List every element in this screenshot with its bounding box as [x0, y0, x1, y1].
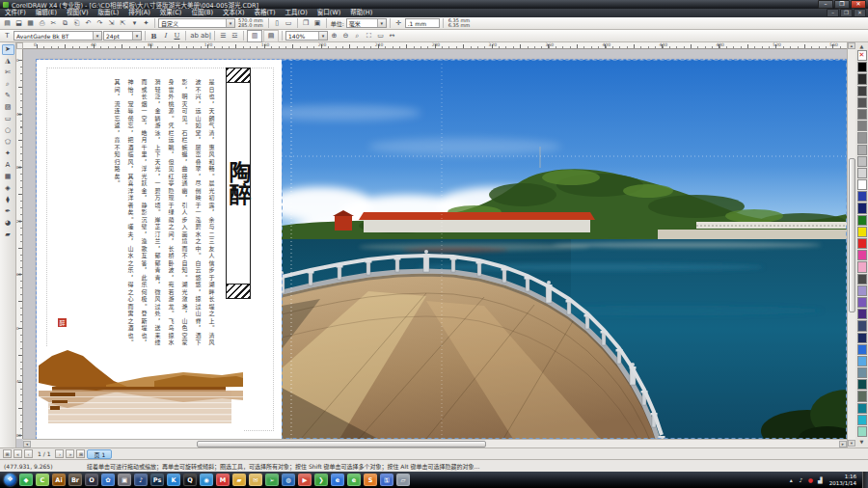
undo-button[interactable]: ↶ — [83, 18, 94, 29]
tray-expand-icon[interactable]: ▴ — [788, 476, 795, 483]
paragraph-frame-button[interactable]: ▤ — [263, 30, 279, 42]
volume-icon[interactable]: ♪ — [798, 476, 804, 483]
color-swatch[interactable] — [857, 367, 867, 378]
palette-scroll-up-icon[interactable]: ▲ — [856, 42, 867, 50]
polygon-tool[interactable]: ⬠ — [2, 137, 14, 148]
color-swatch[interactable] — [857, 320, 867, 331]
color-swatch[interactable] — [857, 73, 867, 84]
page-size-fields[interactable]: 570.0 mm 285.0 mm — [236, 18, 265, 29]
landscape-button[interactable]: ▭ — [284, 18, 294, 29]
left-page[interactable]: 是日也，天朗气清，惠风和畅。晨光初露，余与二三友人信步于湖畔长堤之上。清风徐来，… — [37, 60, 282, 439]
open-button[interactable]: ⬓ — [14, 18, 24, 29]
color-swatch[interactable] — [857, 109, 867, 120]
alert-icon[interactable]: ● — [807, 476, 814, 483]
browser-icon[interactable]: ◉ — [200, 474, 213, 486]
color-swatch[interactable] — [857, 285, 867, 296]
color-swatch[interactable] — [857, 179, 867, 190]
folder-icon[interactable]: ▰ — [232, 474, 246, 486]
zoom-width-button[interactable]: ↔ — [387, 31, 397, 41]
color-swatch[interactable] — [857, 415, 867, 425]
color-swatch[interactable] — [857, 168, 867, 178]
units-combo[interactable]: 毫米 ▾ — [346, 18, 387, 28]
scroll-up-icon[interactable]: ▴ — [848, 42, 855, 49]
color-swatch[interactable] — [857, 203, 867, 213]
office-icon[interactable]: O — [85, 474, 98, 486]
color-swatch[interactable] — [857, 227, 867, 237]
print-button[interactable]: ⎙ — [37, 18, 47, 29]
redo-button[interactable]: ↷ — [95, 18, 105, 29]
360-browser-icon[interactable]: e — [347, 474, 361, 486]
start-button[interactable]: ❖ — [4, 474, 16, 486]
color-swatch[interactable] — [857, 132, 867, 143]
color-swatch[interactable] — [857, 309, 867, 319]
color-swatch[interactable] — [857, 238, 867, 249]
current-page-button[interactable]: ▣ — [312, 18, 323, 29]
add-page-button[interactable]: ⊞ — [3, 449, 12, 458]
swallow-icon[interactable]: ➢ — [265, 474, 279, 486]
color-swatch[interactable] — [857, 391, 867, 401]
ie-icon[interactable]: e — [331, 474, 344, 486]
network-icon[interactable]: ▟ — [817, 476, 824, 483]
color-swatch[interactable] — [857, 379, 867, 390]
outline-pen-tool[interactable]: ✒ — [2, 206, 14, 217]
nudge-field[interactable]: .1 mm — [405, 18, 440, 28]
sepia-landscape-image[interactable] — [39, 346, 243, 435]
eyedropper-tool[interactable]: ⧫ — [2, 195, 14, 205]
color-swatch[interactable] — [857, 50, 867, 61]
color-swatch[interactable] — [857, 261, 867, 272]
title-banner[interactable]: 陶醉 — [226, 68, 251, 299]
photoshop-icon[interactable]: Ps — [150, 474, 164, 486]
kugou-icon[interactable]: K — [167, 474, 180, 486]
zoom-level-combo[interactable]: 140% ▾ — [285, 31, 328, 41]
table-tool[interactable]: ▦ — [2, 172, 14, 182]
import-button[interactable]: ⇲ — [106, 18, 117, 29]
export-button[interactable]: ⇱ — [118, 18, 128, 29]
page-tab[interactable]: 页 1 — [87, 449, 112, 459]
bridge-icon[interactable]: Br — [68, 474, 82, 486]
menu-item[interactable]: 窗口(W) — [312, 9, 346, 17]
underline-button[interactable]: U — [172, 31, 182, 41]
color-swatch[interactable] — [857, 86, 867, 96]
sogou-icon[interactable]: S — [364, 474, 377, 486]
all-pages-button[interactable]: ❐ — [301, 18, 312, 29]
font-name-combo[interactable]: AvantGarde Bk BT ▾ — [14, 31, 102, 41]
color-swatch[interactable] — [857, 403, 867, 414]
color-swatch[interactable] — [857, 274, 867, 285]
music-app-icon[interactable]: ♪ — [134, 474, 148, 486]
crop-tool[interactable]: ✄ — [2, 68, 14, 78]
horizontal-scroll-thumb[interactable] — [197, 441, 486, 447]
menu-item[interactable]: 文本(X) — [218, 9, 250, 17]
scroll-down-icon[interactable]: ▾ — [848, 440, 855, 447]
globe-icon[interactable]: ◍ — [282, 474, 295, 486]
media-player-icon[interactable]: ✿ — [101, 474, 115, 486]
color-swatch[interactable] — [857, 121, 867, 131]
coreldraw-icon[interactable]: C — [36, 474, 49, 486]
menu-item[interactable]: 表格(T) — [249, 9, 280, 17]
ruler-origin[interactable] — [16, 42, 23, 49]
show-desktop-button[interactable] — [862, 472, 868, 488]
close-button[interactable]: ✕ — [851, 0, 866, 9]
interactive-fill-tool[interactable]: ▰ — [2, 230, 14, 240]
mail-icon[interactable]: ✉ — [249, 474, 262, 486]
color-swatch[interactable] — [857, 97, 867, 108]
app-launcher-button[interactable]: ▾ — [129, 18, 140, 29]
taskbar-clock[interactable]: 1:16 2013/1/14 — [827, 474, 859, 486]
zoom-preset-combo[interactable]: 自定义 ▾ — [158, 18, 235, 28]
thunder-icon[interactable]: M — [216, 474, 230, 486]
color-swatch[interactable] — [857, 62, 867, 72]
drawing-canvas[interactable]: 是日也，天朗气清，惠风和畅。晨光初露，余与二三友人信步于湖畔长堤之上。清风徐来，… — [23, 49, 847, 439]
portrait-button[interactable]: ▯ — [272, 18, 283, 29]
color-swatch[interactable] — [857, 215, 867, 226]
menu-item[interactable]: 视图(V) — [62, 9, 94, 17]
color-swatch[interactable] — [857, 191, 867, 202]
drive-icon[interactable]: ▱ — [396, 474, 410, 486]
zoom-tool[interactable]: ⌕ — [2, 79, 14, 90]
palette-scroll-down-icon[interactable]: ▼ — [856, 438, 867, 446]
vertical-scrollbar[interactable]: ▴ ▾ — [847, 42, 855, 447]
zoom-all-objects-button[interactable]: ⛶ — [364, 31, 374, 41]
illustrator-icon[interactable]: Ai — [52, 474, 66, 486]
rectangle-tool[interactable]: ▭ — [2, 114, 14, 124]
italic-button[interactable]: I — [160, 31, 171, 41]
last-page-button[interactable]: » — [66, 449, 74, 458]
zoom-selected-button[interactable]: ⌕ — [352, 31, 363, 41]
